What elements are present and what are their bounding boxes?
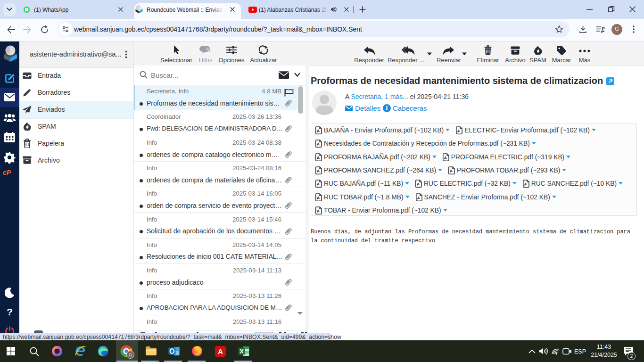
- svg-text:A: A: [218, 348, 223, 355]
